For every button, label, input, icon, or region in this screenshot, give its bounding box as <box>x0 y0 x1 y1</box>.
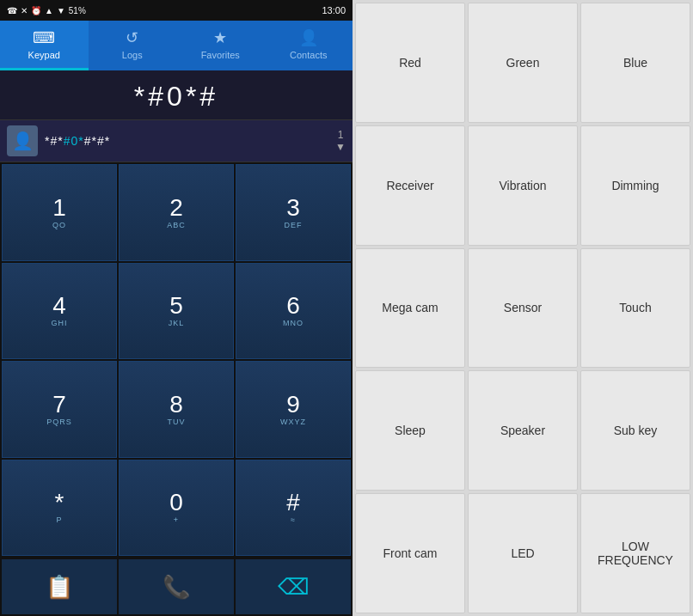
battery-label: 51% <box>69 6 86 15</box>
key-2[interactable]: 2 ABC <box>119 164 234 261</box>
tab-bar: ⌨ Keypad ↺ Logs ★ Favorites 👤 Contacts <box>0 21 353 70</box>
action-bar: 📋 📞 ⌫ <box>0 558 353 616</box>
key-4[interactable]: 4 GHI <box>2 263 117 360</box>
key-3[interactable]: 3 DEF <box>236 164 351 261</box>
status-icons: ☎ ✕ ⏰ ▲ ▼ 51% <box>7 6 86 15</box>
highlight-text: #0* <box>64 134 84 148</box>
key-star[interactable]: * P <box>2 460 117 557</box>
tab-keypad-label: Keypad <box>28 50 60 60</box>
logs-icon: ↺ <box>126 28 138 47</box>
key-9[interactable]: 9 WXYZ <box>236 361 351 458</box>
key-8[interactable]: 8 TUV <box>119 361 234 458</box>
grid-btn-touch[interactable]: Touch <box>580 248 690 369</box>
grid-btn-front-cam[interactable]: Front cam <box>355 493 465 613</box>
key-0[interactable]: 0 + <box>119 460 234 557</box>
contact-number-text: *#*#0*#*#* <box>45 134 328 148</box>
grid-btn-receiver[interactable]: Receiver <box>355 125 465 246</box>
grid-btn-vibration[interactable]: Vibration <box>468 125 578 246</box>
grid-btn-green[interactable]: Green <box>468 3 578 123</box>
wifi-icon: ▲ <box>45 6 53 15</box>
status-bar: ☎ ✕ ⏰ ▲ ▼ 51% 13:00 <box>0 0 353 21</box>
signal-icon: ▼ <box>57 6 65 15</box>
contact-dropdown[interactable]: 1 ▼ <box>335 129 346 153</box>
right-panel: Red Green Blue Receiver Vibration Dimmin… <box>353 0 693 616</box>
contact-row: 👤 *#*#0*#*#* 1 ▼ <box>0 119 353 162</box>
tab-favorites-label: Favorites <box>201 50 240 60</box>
grid-btn-dimming[interactable]: Dimming <box>580 125 690 246</box>
sim-icon: ☎ <box>7 6 17 15</box>
dropdown-arrow-icon: ▼ <box>335 141 346 153</box>
tab-logs-label: Logs <box>122 50 143 60</box>
key-6[interactable]: 6 MNO <box>236 263 351 360</box>
tab-logs[interactable]: ↺ Logs <box>89 21 177 70</box>
mute-icon: ✕ <box>21 6 28 15</box>
favorites-icon: ★ <box>213 28 227 47</box>
contacts-button[interactable]: 📋 <box>2 559 117 614</box>
tab-contacts[interactable]: 👤 Contacts <box>265 21 353 70</box>
grid-btn-led[interactable]: LED <box>468 493 578 613</box>
tab-contacts-label: Contacts <box>290 50 327 60</box>
grid-btn-low-frequency[interactable]: LOW FREQUENCY <box>580 493 690 613</box>
backspace-button[interactable]: ⌫ <box>236 559 351 614</box>
grid-btn-speaker[interactable]: Speaker <box>468 370 578 491</box>
clock: 13:00 <box>322 5 346 15</box>
grid-btn-sub-key[interactable]: Sub key <box>580 370 690 491</box>
contacts-action-icon: 📋 <box>46 574 73 601</box>
grid-btn-blue[interactable]: Blue <box>580 3 690 123</box>
grid-btn-sensor[interactable]: Sensor <box>468 248 578 369</box>
key-5[interactable]: 5 JKL <box>119 263 234 360</box>
alarm-icon: ⏰ <box>31 6 41 15</box>
call-icon: 📞 <box>163 574 190 601</box>
key-7[interactable]: 7 PQRS <box>2 361 117 458</box>
call-button[interactable]: 📞 <box>119 559 234 614</box>
key-1[interactable]: 1 QO <box>2 164 117 261</box>
key-hash[interactable]: # ≈ <box>236 460 351 557</box>
grid-btn-mega-cam[interactable]: Mega cam <box>355 248 465 369</box>
tab-keypad[interactable]: ⌨ Keypad <box>0 21 89 70</box>
grid-btn-sleep[interactable]: Sleep <box>355 370 465 491</box>
dropdown-number: 1 <box>338 129 344 141</box>
keypad-icon: ⌨ <box>33 28 55 47</box>
keypad-grid: 1 QO 2 ABC 3 DEF 4 GHI 5 JKL 6 MNO 7 PQR… <box>0 162 353 558</box>
backspace-icon: ⌫ <box>278 574 310 601</box>
grid-btn-red[interactable]: Red <box>355 3 465 123</box>
contacts-icon: 👤 <box>299 28 318 47</box>
contact-avatar: 👤 <box>7 125 38 156</box>
tab-favorites[interactable]: ★ Favorites <box>176 21 265 70</box>
number-display: *#0*# <box>0 70 353 119</box>
phone-panel: ☎ ✕ ⏰ ▲ ▼ 51% 13:00 ⌨ Keypad ↺ Logs ★ Fa… <box>0 0 353 616</box>
